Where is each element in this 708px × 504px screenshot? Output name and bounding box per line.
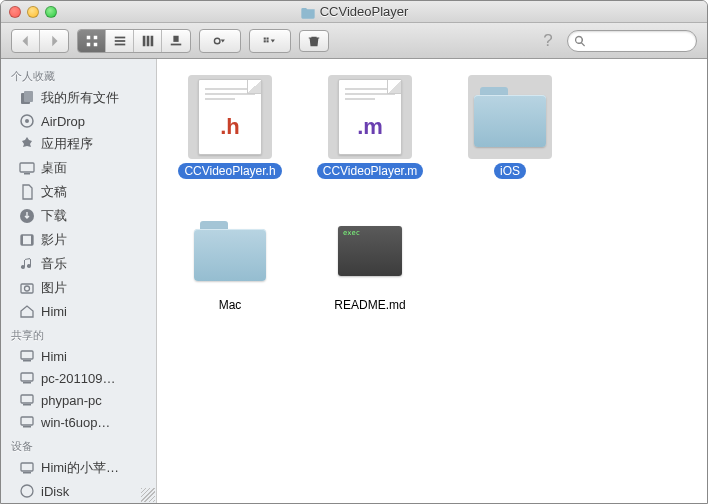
svg-point-19 xyxy=(25,119,29,123)
sidebar-item-label: 应用程序 xyxy=(41,135,93,153)
svg-point-38 xyxy=(21,485,33,497)
svg-rect-5 xyxy=(114,40,125,42)
sidebar-item-shared-computer[interactable]: Himi xyxy=(1,345,156,367)
svg-point-27 xyxy=(25,286,30,291)
svg-rect-11 xyxy=(171,43,182,45)
sidebar-item-downloads[interactable]: 下载 xyxy=(1,204,156,228)
help-button[interactable]: ? xyxy=(537,30,559,52)
documents-icon xyxy=(19,184,35,200)
svg-rect-9 xyxy=(150,35,153,46)
file-label: CCVideoPlayer.m xyxy=(317,163,424,179)
coverflow-view-button[interactable] xyxy=(162,30,190,52)
sidebar-item-label: AirDrop xyxy=(41,114,85,129)
svg-rect-10 xyxy=(173,35,178,41)
sidebar-item-label: pc-201109… xyxy=(41,371,115,386)
sidebar-item-label: 桌面 xyxy=(41,159,67,177)
sidebar-header-devices: 设备 xyxy=(1,433,156,456)
svg-rect-28 xyxy=(21,351,33,359)
toolbar: ? xyxy=(1,23,707,59)
idisk-icon xyxy=(19,483,35,499)
file-label: README.md xyxy=(328,297,411,313)
sidebar-item-label: Himi的小苹… xyxy=(41,459,119,477)
svg-rect-33 xyxy=(23,404,31,406)
svg-rect-25 xyxy=(31,235,33,245)
computer-icon xyxy=(19,392,35,408)
svg-rect-36 xyxy=(21,463,33,471)
svg-rect-21 xyxy=(24,173,30,175)
svg-rect-31 xyxy=(23,382,31,384)
svg-rect-35 xyxy=(23,426,31,428)
sidebar-item-documents[interactable]: 文稿 xyxy=(1,180,156,204)
file-label: iOS xyxy=(494,163,526,179)
sidebar-header-favorites: 个人收藏 xyxy=(1,63,156,86)
sidebar-item-idisk[interactable]: iDisk xyxy=(1,480,156,502)
icon-view-button[interactable] xyxy=(78,30,106,52)
sidebar-item-pictures[interactable]: 图片 xyxy=(1,276,156,300)
file-label: CCVideoPlayer.h xyxy=(178,163,281,179)
file-item[interactable]: .h CCVideoPlayer.h xyxy=(175,75,285,179)
nav-back-forward xyxy=(11,29,69,53)
column-view-button[interactable] xyxy=(134,30,162,52)
airdrop-icon xyxy=(19,113,35,129)
sidebar-item-label: 图片 xyxy=(41,279,67,297)
sidebar-item-applications[interactable]: 应用程序 xyxy=(1,132,156,156)
window-title: CCVideoPlayer xyxy=(1,4,707,19)
list-view-button[interactable] xyxy=(106,30,134,52)
all-files-icon xyxy=(19,90,35,106)
sidebar-item-device[interactable]: Himi的小苹… xyxy=(1,456,156,480)
search-field[interactable] xyxy=(567,30,697,52)
sidebar-item-label: 音乐 xyxy=(41,255,67,273)
arrange-menu-button[interactable] xyxy=(250,30,290,52)
file-item[interactable]: README.md xyxy=(315,209,425,313)
sidebar-item-label: win-t6uop… xyxy=(41,415,110,430)
folder-item[interactable]: Mac xyxy=(175,209,285,313)
sidebar-item-airdrop[interactable]: AirDrop xyxy=(1,110,156,132)
computer-icon xyxy=(19,414,35,430)
svg-rect-20 xyxy=(20,163,34,172)
sidebar-item-label: 文稿 xyxy=(41,183,67,201)
action-menu-button[interactable] xyxy=(200,30,240,52)
sidebar: 个人收藏 我的所有文件 AirDrop 应用程序 桌面 文稿 下载 影片 音乐 … xyxy=(1,59,157,503)
svg-rect-29 xyxy=(23,360,31,362)
svg-rect-7 xyxy=(142,35,145,46)
back-button[interactable] xyxy=(12,30,40,52)
search-icon xyxy=(574,35,586,47)
trash-button[interactable] xyxy=(299,30,329,52)
svg-rect-14 xyxy=(264,40,266,42)
movies-icon xyxy=(19,232,35,248)
sidebar-header-shared: 共享的 xyxy=(1,322,156,345)
sidebar-item-shared-computer[interactable]: phypan-pc xyxy=(1,389,156,411)
sidebar-item-label: Himi xyxy=(41,304,67,319)
folder-item[interactable]: iOS xyxy=(455,75,565,179)
folder-icon xyxy=(188,209,272,293)
svg-rect-4 xyxy=(114,36,125,38)
sidebar-item-movies[interactable]: 影片 xyxy=(1,228,156,252)
svg-rect-8 xyxy=(146,35,149,46)
computer-icon xyxy=(19,348,35,364)
file-label: Mac xyxy=(213,297,248,313)
svg-rect-13 xyxy=(267,37,269,39)
file-icon-h: .h xyxy=(188,75,272,159)
forward-button[interactable] xyxy=(40,30,68,52)
title-bar: CCVideoPlayer xyxy=(1,1,707,23)
search-input[interactable] xyxy=(590,34,690,48)
svg-rect-30 xyxy=(21,373,33,381)
sidebar-item-label: 影片 xyxy=(41,231,67,249)
sidebar-item-home[interactable]: Himi xyxy=(1,300,156,322)
sidebar-item-shared-computer[interactable]: win-t6uop… xyxy=(1,411,156,433)
file-item[interactable]: .m CCVideoPlayer.m xyxy=(315,75,425,179)
sidebar-item-label: 我的所有文件 xyxy=(41,89,119,107)
svg-rect-24 xyxy=(21,235,23,245)
file-grid[interactable]: .h CCVideoPlayer.h .m CCVideoPlayer.m iO… xyxy=(157,59,707,503)
sidebar-item-music[interactable]: 音乐 xyxy=(1,252,156,276)
resize-handle[interactable] xyxy=(141,488,155,502)
svg-rect-12 xyxy=(264,37,266,39)
applications-icon xyxy=(19,136,35,152)
sidebar-item-all-files[interactable]: 我的所有文件 xyxy=(1,86,156,110)
svg-rect-1 xyxy=(93,35,97,39)
sidebar-item-shared-computer[interactable]: pc-201109… xyxy=(1,367,156,389)
action-group xyxy=(199,29,241,53)
svg-rect-34 xyxy=(21,417,33,425)
computer-icon xyxy=(19,370,35,386)
sidebar-item-desktop[interactable]: 桌面 xyxy=(1,156,156,180)
